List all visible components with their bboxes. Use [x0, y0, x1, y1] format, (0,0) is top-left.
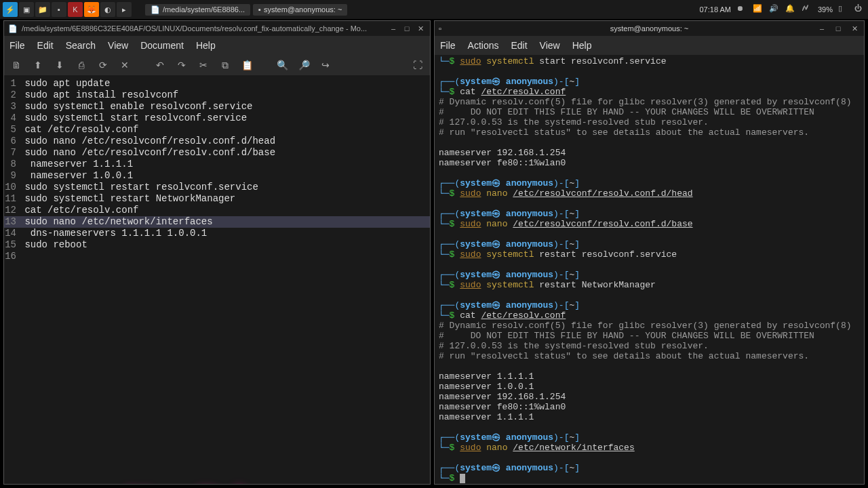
save-as-icon[interactable]: ⎙ — [75, 58, 88, 72]
close-file-icon[interactable]: ✕ — [118, 58, 132, 72]
new-file-icon[interactable]: 🗎 — [9, 58, 23, 72]
editor-line[interactable]: 11 sudo systemctl restart NetworkManager — [4, 193, 430, 205]
save-file-icon[interactable]: ⬇ — [53, 58, 66, 72]
editor-line[interactable]: 2 sudo apt install resolvconf — [4, 89, 430, 101]
editor-line[interactable]: 1 sudo apt update — [4, 78, 430, 89]
volume-icon[interactable]: 🔊 — [769, 4, 780, 15]
editor-line[interactable]: 13 sudo nano /etc/network/interfaces — [4, 216, 430, 228]
command-line-active[interactable]: └─$ — [439, 473, 860, 483]
menu-document[interactable]: Document — [140, 40, 184, 51]
menu-search[interactable]: Search — [66, 40, 96, 51]
output-line: nameserver 1.1.1.1 — [439, 412, 860, 422]
minimize-button[interactable]: – — [388, 23, 399, 34]
menu-edit[interactable]: Edit — [511, 40, 527, 51]
title-menu-icon[interactable]: ▫ — [439, 24, 441, 33]
output-line: # DO NOT EDIT THIS FILE BY HAND -- YOUR … — [439, 331, 860, 341]
redo-icon[interactable]: ↷ — [175, 58, 189, 72]
editor-line[interactable]: 3 sudo systemctl enable resolvconf.servi… — [4, 101, 430, 113]
editor-line[interactable]: 16 — [4, 251, 430, 262]
blank-line — [439, 199, 860, 209]
close-button[interactable]: ✕ — [415, 23, 426, 34]
taskbar-windows: 📄 /media/system/6E8886... ▪ system@anony… — [145, 4, 347, 16]
open-file-icon[interactable]: ⬆ — [31, 58, 45, 72]
line-text: sudo nano /etc/resolvconf/resolv.conf.d/… — [19, 147, 275, 159]
line-number: 16 — [4, 251, 19, 262]
prompt-header: ┌──(system㉿ anonymous)-[~] — [439, 463, 860, 473]
editor-line[interactable]: 5 cat /etc/resolv.conf — [4, 124, 430, 136]
kali-app-icon[interactable]: K — [68, 2, 83, 17]
editor-menubar: FileEditSearchViewDocumentHelp — [4, 36, 430, 55]
line-text: sudo systemctl enable resolvconf.service — [19, 101, 252, 113]
workspaces-icon[interactable]: ▣ — [19, 2, 34, 17]
line-text: cat /etc/resolv.conf — [19, 205, 138, 216]
blank-line — [439, 66, 860, 77]
goto-icon[interactable]: ↪ — [319, 58, 332, 72]
lock-icon[interactable]: ▯ — [838, 4, 849, 15]
fullscreen-icon[interactable]: ⛶ — [411, 58, 425, 72]
close-button[interactable]: ✕ — [849, 23, 860, 34]
blank-line — [439, 229, 860, 239]
maximize-button[interactable]: □ — [401, 23, 412, 34]
prompt-header: ┌──(system㉿ anonymous)-[~] — [439, 77, 860, 87]
menu-help[interactable]: Help — [196, 40, 216, 51]
editor-line[interactable]: 14 dns-nameservers 1.1.1.1 1.0.0.1 — [4, 228, 430, 239]
network-icon[interactable]: 📶 — [753, 4, 764, 15]
editor-line[interactable]: 4 sudo systemctl start resolvconf.servic… — [4, 113, 430, 124]
editor-title: /media/system/6E8886C32EE408AF/OS/LINUX/… — [22, 24, 385, 33]
editor-line[interactable]: 8 nameserver 1.1.1.1 — [4, 159, 430, 170]
blank-line — [439, 168, 860, 178]
app-icon-1[interactable]: ◐ — [100, 2, 115, 17]
minimize-button[interactable]: – — [816, 23, 827, 34]
menu-actions[interactable]: Actions — [468, 40, 499, 51]
editor-line[interactable]: 15 sudo reboot — [4, 239, 430, 251]
editor-line[interactable]: 12 cat /etc/resolv.conf — [4, 205, 430, 216]
notification-icon[interactable]: 🔔 — [785, 4, 796, 15]
menu-view[interactable]: View — [540, 40, 560, 51]
replace-icon[interactable]: 🔎 — [297, 58, 311, 72]
line-text: nameserver 1.0.0.1 — [19, 170, 133, 182]
menu-file[interactable]: File — [440, 40, 456, 51]
editor-line[interactable]: 10 sudo systemctl restart resolvconf.ser… — [4, 182, 430, 193]
battery-icon[interactable]: 🗲 — [802, 4, 812, 15]
paste-icon[interactable]: 📋 — [240, 58, 254, 72]
blank-line — [439, 422, 860, 432]
firefox-icon[interactable]: 🦊 — [84, 2, 99, 17]
files-icon[interactable]: 📁 — [35, 2, 50, 17]
line-text: dns-nameservers 1.1.1.1 1.0.0.1 — [19, 228, 207, 239]
search-icon[interactable]: 🔍 — [275, 58, 289, 72]
taskbar-window-editor[interactable]: 📄 /media/system/6E8886... — [145, 4, 250, 16]
app-icon-2[interactable]: ▸ — [117, 2, 132, 17]
editor-line[interactable]: 7 sudo nano /etc/resolvconf/resolv.conf.… — [4, 147, 430, 159]
editor-line[interactable]: 9 nameserver 1.0.0.1 — [4, 170, 430, 182]
taskbar-window-terminal[interactable]: ▪ system@anonymous: ~ — [253, 4, 347, 16]
line-text: sudo nano /etc/resolvconf/resolv.conf.d/… — [19, 136, 275, 147]
clock[interactable]: 07:18 AM — [699, 5, 730, 14]
menu-edit[interactable]: Edit — [37, 40, 54, 51]
reload-icon[interactable]: ⟳ — [96, 58, 110, 72]
terminal-content[interactable]: └─$ sudo systemctl start resolvconf.serv… — [435, 55, 864, 484]
cut-icon[interactable]: ✂ — [197, 58, 210, 72]
undo-icon[interactable]: ↶ — [153, 58, 167, 72]
copy-icon[interactable]: ⧉ — [218, 58, 232, 72]
menu-help[interactable]: Help — [572, 40, 592, 51]
editor-line[interactable]: 6 sudo nano /etc/resolvconf/resolv.conf.… — [4, 136, 430, 147]
blank-line — [439, 453, 860, 463]
editor-titlebar[interactable]: 📄 /media/system/6E8886C32EE408AF/OS/LINU… — [4, 21, 430, 36]
power-icon[interactable]: ⏻ — [854, 4, 865, 15]
editor-content[interactable]: 1 sudo apt update2 sudo apt install reso… — [4, 75, 430, 484]
blank-line — [439, 260, 860, 270]
terminal-titlebar[interactable]: ▫ system@anonymous: ~ – □ ✕ — [435, 21, 864, 36]
terminal-launcher-icon[interactable]: ▪ — [52, 2, 66, 17]
maximize-button[interactable]: □ — [833, 23, 844, 34]
line-text: sudo reboot — [19, 239, 87, 251]
menu-file[interactable]: File — [9, 40, 25, 51]
line-text: sudo systemctl start resolvconf.service — [19, 113, 247, 124]
command-line: └─$ cat /etc/resolv.conf — [439, 87, 860, 97]
menu-view[interactable]: View — [108, 40, 128, 51]
prompt-header: ┌──(system㉿ anonymous)-[~] — [439, 239, 860, 249]
line-number: 13 — [4, 216, 19, 228]
kali-menu-icon[interactable]: ⚡ — [3, 2, 18, 17]
editor-window: 📄 /media/system/6E8886C32EE408AF/OS/LINU… — [3, 20, 431, 485]
record-icon[interactable]: ⏺ — [736, 4, 747, 15]
prompt-header: ┌──(system㉿ anonymous)-[~] — [439, 432, 860, 443]
